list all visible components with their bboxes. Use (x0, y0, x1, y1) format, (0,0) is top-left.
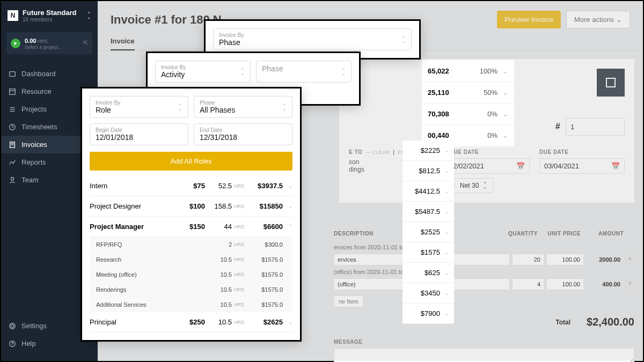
role-sub-row[interactable]: Renderings10.5HRS$1575.0 (90, 282, 292, 297)
chevron-updown-icon (87, 12, 91, 19)
role-sub-row[interactable]: Meeting (office)10.5HRS$1575.0 (90, 267, 292, 282)
begin-date-input[interactable]: Begin Date 12/01/2018 (90, 123, 188, 145)
message-label: MESSAGE (334, 339, 634, 345)
role-sub-row[interactable]: Research10.5HRS$1575.0 (90, 252, 292, 267)
table-row[interactable]: $2225⌄ (402, 141, 454, 161)
chevron-down-icon: ⌄ (444, 270, 449, 276)
end-date-input[interactable]: End Date 12/31/2018 (194, 123, 292, 145)
add-line-button[interactable]: ne Item (334, 295, 363, 307)
chevron-down-icon: ⌄ (444, 147, 449, 153)
table-row[interactable]: $1575⌄ (402, 242, 454, 263)
table-row[interactable]: $7900⌄ (402, 304, 454, 324)
delete-line-button[interactable]: × (626, 255, 634, 264)
chevron-down-icon: ⌄ (283, 183, 292, 189)
org-logo-icon: N (8, 10, 18, 21)
play-icon[interactable] (11, 39, 20, 48)
chevron-down-icon: ⌄ (283, 203, 292, 209)
table-row[interactable]: $2525⌄ (402, 222, 454, 242)
line-amount (586, 279, 624, 290)
invoice-by-select[interactable]: Invoice By Phase (213, 28, 412, 50)
due-date-label: DUE DATE (539, 149, 625, 155)
invoice-by-select[interactable]: Invoice By Activity (155, 61, 251, 83)
role-row[interactable]: Intern $75 52.5 HRS $3937.5 ⌄ (90, 176, 292, 196)
invoice-by-select[interactable]: Invoice By Role (90, 96, 188, 118)
line-price-input[interactable] (546, 278, 584, 290)
invoice-number-label: # (555, 122, 560, 131)
table-row[interactable]: $812.5⌄ (402, 161, 454, 181)
invoice-number-input[interactable] (566, 118, 625, 136)
role-row[interactable]: Project Manager $150 44 HRS $6600 ⌃ (90, 217, 292, 237)
total-value: $2,400.00 (587, 316, 634, 328)
org-members: 18 members (23, 17, 83, 23)
timer-widget[interactable]: 0.00HRS Select a project... ⇱ (6, 32, 92, 54)
chevron-down-icon: ⌄ (497, 110, 508, 118)
delete-line-button[interactable]: × (626, 280, 634, 289)
chevron-down-icon: ⌄ (444, 290, 449, 296)
table-row[interactable]: $5487.5⌄ (402, 202, 454, 222)
svg-point-13 (11, 324, 13, 327)
issue-date-label: ISSUE DATE (444, 149, 530, 155)
phase-select[interactable]: Phase All Phases (194, 96, 292, 118)
calendar-icon: 📅 (611, 162, 620, 170)
company-logo (597, 69, 625, 97)
external-link-icon[interactable]: ⇱ (83, 40, 88, 47)
svg-point-12 (11, 177, 13, 180)
chevron-updown-icon (483, 182, 487, 189)
chevron-down-icon: ⌄ (444, 188, 449, 194)
timer-sub: Select a project... (25, 45, 79, 50)
nav-dashboard[interactable]: Dashboard (1, 65, 98, 83)
role-sub-row[interactable]: RFP/RFQ2HRS$300.0 (90, 237, 292, 252)
chevron-down-icon: ⌄ (497, 67, 508, 75)
table-row[interactable]: 70,3080%⌄ (422, 104, 514, 125)
svg-point-14 (10, 323, 16, 329)
timer-value: 0.00 (25, 38, 36, 44)
add-all-roles-button[interactable]: Add All Roles (90, 152, 292, 171)
table-row[interactable]: $625⌄ (402, 263, 454, 283)
total-label: Total (555, 319, 570, 326)
chevron-updown-icon (240, 69, 245, 75)
line-qty-input[interactable] (512, 254, 544, 265)
preview-invoice-button[interactable]: Preview Invoice (497, 11, 561, 28)
invoice-line: ervices from 2020-11-01 to 2021-03-31 × (334, 241, 634, 265)
phase-select[interactable]: Phase (256, 61, 352, 83)
line-amount (586, 254, 624, 265)
chevron-updown-icon (401, 36, 406, 43)
chevron-updown-icon (178, 104, 182, 110)
chevron-down-icon: ⌄ (616, 16, 622, 24)
svg-rect-1 (10, 88, 16, 94)
table-row[interactable]: $4412.5⌄ (402, 181, 454, 202)
table-row[interactable]: 65,022100%⌄ (422, 61, 514, 82)
due-date-input[interactable]: 03/04/2021📅 (539, 158, 625, 174)
invoice-lines-table: DESCRIPTION QUANTITY UNIT PRICE AMOUNT e… (334, 226, 634, 362)
chevron-down-icon: ⌄ (444, 311, 449, 316)
table-row[interactable]: 25,11050%⌄ (422, 82, 514, 104)
more-actions-button[interactable]: More actions ⌄ (566, 11, 630, 28)
calendar-icon: 📅 (516, 162, 525, 170)
phase-percentage-table: 65,022100%⌄ 25,11050%⌄ 70,3080%⌄ 00,4400… (422, 60, 514, 147)
issue-date-input[interactable]: 02/02/2021📅 (444, 158, 530, 174)
tab-invoice[interactable]: Invoice (111, 33, 135, 50)
chevron-up-icon: ⌃ (283, 224, 292, 230)
table-row[interactable]: $3450⌄ (402, 283, 454, 304)
invoice-by-role-panel: Invoice By Role Phase All Phases Begin D… (80, 87, 302, 342)
role-row[interactable]: Principal $250 10.5 HRS $2625 ⌄ (90, 312, 292, 333)
message-input[interactable] (334, 348, 634, 362)
chevron-down-icon: ⌄ (444, 209, 449, 215)
org-name: Future Standard (23, 9, 83, 17)
clear-button[interactable]: — CLEAR (365, 150, 390, 155)
org-switcher[interactable]: N Future Standard 18 members (1, 1, 98, 30)
activity-price-column: $2225⌄ $812.5⌄ $4412.5⌄ $5487.5⌄ $2525⌄ … (402, 141, 454, 324)
invoice-line: (office) from 2020-11-01 to 2021-03-31 × (334, 265, 634, 290)
line-price-input[interactable] (546, 254, 584, 265)
chevron-updown-icon (341, 69, 346, 75)
chevron-down-icon: ⌄ (497, 131, 508, 139)
chevron-updown-icon (282, 104, 287, 110)
line-qty-input[interactable] (512, 278, 544, 290)
chevron-down-icon: ⌄ (444, 168, 449, 174)
chevron-down-icon: ⌄ (444, 229, 449, 235)
chevron-down-icon: ⌄ (283, 319, 292, 325)
role-sub-row[interactable]: Additional Services10.5HRS$1575.0 (90, 297, 292, 312)
chevron-down-icon: ⌄ (497, 88, 508, 97)
chevron-down-icon: ⌄ (444, 249, 449, 255)
role-row[interactable]: Project Designer $100 158.5 HRS $15850 ⌄ (90, 196, 292, 217)
